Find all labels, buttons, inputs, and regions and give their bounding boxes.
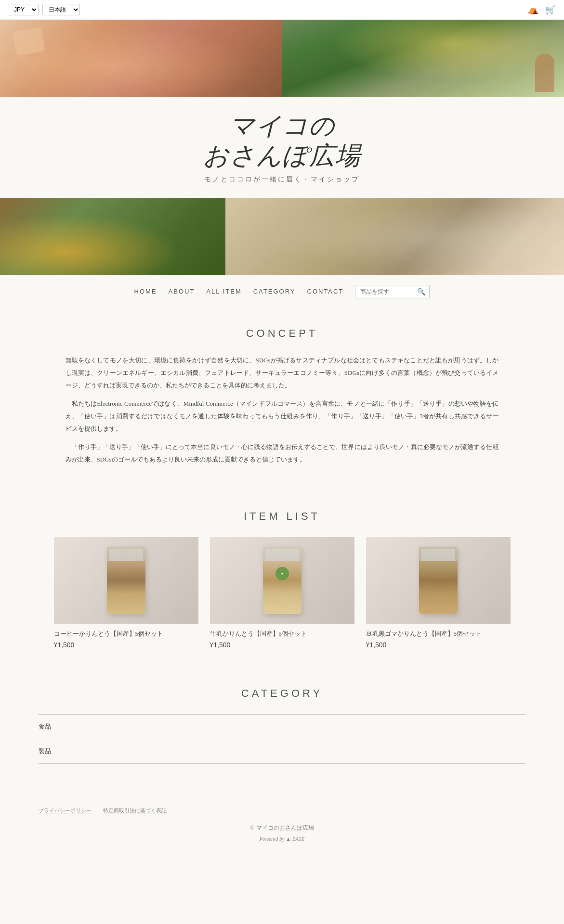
- store-icon[interactable]: ⛺: [527, 4, 539, 15]
- item-grid: コーヒーかりんとう【国産】5個セット ¥1,500 ● 牛乳かりんとう【国産】5…: [39, 537, 525, 649]
- navigation: HOME ABOUT ALL ITEM CATEGORY CONTACT 🔍: [0, 275, 564, 308]
- footer-powered: Powered by ▲ BASE: [39, 836, 525, 842]
- item-price-2: ¥1,500: [210, 641, 354, 649]
- item-list-section: ITEM LIST コーヒーかりんとう【国産】5個セット ¥1,500 ● 牛乳…: [0, 491, 564, 668]
- search-form: 🔍: [355, 285, 430, 298]
- cart-icon[interactable]: 🛒: [545, 4, 556, 15]
- footer-link-legal[interactable]: 特定商取引法に基づく表記: [103, 807, 167, 814]
- search-button[interactable]: 🔍: [413, 285, 429, 298]
- top-bar-left: JPY USD EUR 日本語 English: [8, 4, 80, 15]
- item-product-image-3: [419, 547, 458, 614]
- item-card-3[interactable]: 豆乳黒ゴマかりんとう【国産】5個セット ¥1,500: [366, 537, 511, 649]
- item-image-3: [366, 537, 511, 624]
- banner-image-left: [0, 198, 225, 275]
- footer-brand: ▲: [286, 836, 292, 842]
- item-price-1: ¥1,500: [54, 641, 198, 649]
- footer-brand-name: BASE: [292, 836, 305, 842]
- hero-image-left: [0, 20, 282, 97]
- hero-bag-shape: [13, 27, 45, 56]
- category-section: CATEGORY 食品 製品: [0, 668, 564, 793]
- item-card-2[interactable]: ● 牛乳かりんとう【国産】5個セット ¥1,500: [210, 537, 354, 649]
- concept-section: CONCEPT 無駄をなくしてモノを大切に、環境に負荷をかけず自然を大切に、SD…: [0, 308, 564, 491]
- concept-paragraph-2: 私たちはElectronic Commerceではなく、Mindful Comm…: [66, 398, 499, 435]
- concept-paragraph-3: 「作り手」「送り手」「使い手」にとって本当に良いモノ・心に残る物語をお伝えするこ…: [66, 441, 499, 466]
- hero-person-shape: [535, 53, 554, 92]
- footer-powered-text: Powered by: [260, 836, 285, 842]
- footer-links: プライバシーポリシー 特定商取引法に基づく表記: [39, 807, 525, 814]
- category-list: 食品 製品: [39, 714, 525, 764]
- item-list-title: ITEM LIST: [39, 510, 525, 523]
- currency-select[interactable]: JPY USD EUR: [8, 4, 39, 15]
- item-product-image-2: ●: [263, 547, 302, 614]
- nav-item-all-item[interactable]: ALL ITEM: [206, 288, 241, 295]
- item-name-3: 豆乳黒ゴマかりんとう【国産】5個セット: [366, 629, 511, 638]
- banner-images: [0, 198, 564, 275]
- category-title: CATEGORY: [39, 687, 525, 700]
- hero-images: [0, 20, 564, 97]
- item-price-3: ¥1,500: [366, 641, 511, 649]
- concept-body: 無駄をなくしてモノを大切に、環境に負荷をかけず自然を大切に、SDGsが掲げるサス…: [66, 354, 499, 466]
- item-product-image-1: [107, 547, 145, 614]
- nav-item-category[interactable]: CATEGORY: [253, 288, 296, 295]
- logo-area: マイコの おさんぽ広場 モノとココロが一緒に届く・マイショップ: [0, 97, 564, 189]
- logo-title: マイコの おさんぽ広場: [10, 111, 554, 171]
- footer: プライバシーポリシー 特定商取引法に基づく表記 © マイコのおさんぽ広場 Pow…: [0, 793, 564, 851]
- language-select[interactable]: 日本語 English: [42, 4, 80, 15]
- category-item-food[interactable]: 食品: [39, 715, 525, 739]
- footer-link-privacy[interactable]: プライバシーポリシー: [39, 807, 92, 814]
- nav-item-home[interactable]: HOME: [134, 288, 157, 295]
- footer-copyright: © マイコのおさんぽ広場: [39, 824, 525, 832]
- item-image-2: ●: [210, 537, 354, 624]
- item-name-1: コーヒーかりんとう【国産】5個セット: [54, 629, 198, 638]
- item-image-1: [54, 537, 198, 624]
- concept-paragraph-1: 無駄をなくしてモノを大切に、環境に負荷をかけず自然を大切に、SDGsが掲げるサス…: [66, 354, 499, 392]
- banner-image-right: [225, 198, 564, 275]
- category-item-products[interactable]: 製品: [39, 739, 525, 764]
- concept-title: CONCEPT: [39, 327, 525, 340]
- top-bar-right: ⛺ 🛒: [527, 4, 556, 15]
- top-bar: JPY USD EUR 日本語 English ⛺ 🛒: [0, 0, 564, 20]
- nav-item-contact[interactable]: CONTACT: [307, 288, 344, 295]
- search-input[interactable]: [355, 286, 413, 297]
- logo-subtitle: モノとココロが一緒に届く・マイショップ: [10, 175, 554, 184]
- hero-image-right: [282, 20, 564, 97]
- item-name-2: 牛乳かりんとう【国産】5個セット: [210, 629, 354, 638]
- item-card-1[interactable]: コーヒーかりんとう【国産】5個セット ¥1,500: [54, 537, 198, 649]
- nav-item-about[interactable]: ABOUT: [169, 288, 195, 295]
